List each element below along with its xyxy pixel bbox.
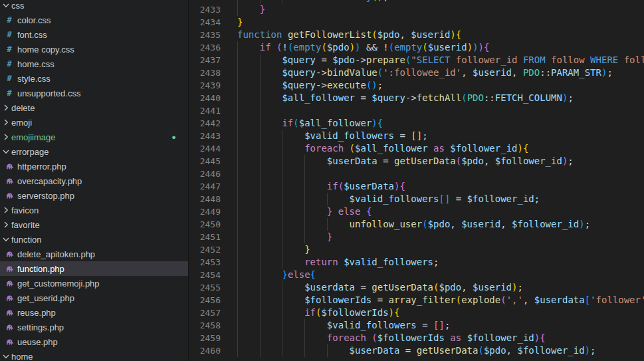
token: ; (585, 219, 590, 229)
sidebar-file-httperror-php[interactable]: httperror.php (0, 159, 188, 174)
code-line-2442[interactable]: 2442 if($all_follower){ (189, 117, 644, 130)
sidebar-file-unsupported-css[interactable]: #unsupported.css (0, 86, 188, 100)
sidebar-file-home-css[interactable]: #home.css (0, 57, 188, 71)
sidebar-folder-emojiimage[interactable]: emojiimage● (0, 130, 188, 144)
line-number: 2445 (189, 155, 221, 168)
code-line-2452[interactable]: 2452 } (189, 243, 644, 256)
sidebar-folder-emoji[interactable]: emoji (0, 115, 188, 130)
sidebar-file-settings-php[interactable]: settings.php (0, 320, 188, 334)
code-line-2456[interactable]: 2456 $followerIds = array_filter(explode… (189, 294, 644, 306)
sidebar-folder-home[interactable]: home (0, 349, 188, 361)
code-text: $valid_followers = []; (237, 319, 450, 332)
code-line-2451[interactable]: 2451 } (189, 231, 644, 243)
php-file-icon (4, 162, 15, 171)
token: WHERE (590, 55, 618, 65)
token (237, 193, 350, 204)
item-label: ueuse.php (17, 337, 58, 347)
sidebar-file-style-css[interactable]: #style.css (0, 71, 188, 86)
token (237, 295, 304, 305)
token: ) (377, 0, 383, 2)
code-line-2434[interactable]: 2434} (189, 16, 644, 29)
code-text: $userdata = getUserData($pdo, $userid); (237, 281, 523, 294)
token: $userData (350, 345, 400, 356)
code-line-2460[interactable]: 2460 $userData = getUserData($pdo, $foll… (189, 344, 644, 357)
code-line-2445[interactable]: 2445 $userData = getUserData($pdo, $foll… (189, 155, 644, 168)
code-line-2453[interactable]: 2453 return $valid_followers; (189, 256, 644, 269)
sidebar-file-serverstop-php[interactable]: serverstop.php (0, 188, 188, 203)
sidebar-folder-errorpage[interactable]: errorpage (0, 144, 188, 159)
twisty (0, 132, 11, 142)
code-line-2458[interactable]: 2458 $valid_followers = []; (189, 319, 644, 332)
file-explorer-sidebar: css#color.css#font.css#home copy.css#hom… (0, 0, 189, 361)
code-line-2448[interactable]: 2448 $valid_followers[] = $follower_id; (189, 193, 644, 205)
item-label: emojiimage (11, 132, 55, 142)
token: ! (282, 42, 287, 53)
css-hash-icon: # (7, 88, 11, 98)
sidebar-folder-css[interactable]: css (0, 0, 188, 13)
token: , (484, 156, 495, 166)
code-line-2443[interactable]: 2443 $valid_followers = []; (189, 130, 644, 142)
line-number: 2452 (189, 243, 221, 256)
token: } (327, 231, 332, 242)
line-number: 2456 (189, 294, 221, 306)
css-file-icon: # (4, 59, 15, 68)
sidebar-folder-delete[interactable]: delete (0, 100, 188, 115)
php-elephant-icon (5, 177, 14, 185)
code-line-2439[interactable]: 2439 $query->execute(); (189, 79, 644, 92)
sidebar-file-get-customemoji-php[interactable]: get_customemoji.php (0, 276, 188, 291)
token: ( (321, 42, 326, 53)
code-line-2444[interactable]: 2444 foreach ($all_follower as $follower… (189, 142, 644, 155)
code-line-2455[interactable]: 2455 $userdata = getUserData($pdo, $user… (189, 281, 644, 294)
token: ) (467, 42, 473, 53)
sidebar-file-reuse-php[interactable]: reuse.php (0, 305, 188, 320)
sidebar-file-home-copy-css[interactable]: #home copy.css (0, 42, 188, 57)
token (461, 332, 467, 343)
sidebar-file-font-css[interactable]: #font.css (0, 27, 188, 42)
code-line-2459[interactable]: 2459 foreach ($followerIds as $follower_… (189, 332, 644, 344)
code-line-2438[interactable]: 2438 $query->bindValue(':followee_id', $… (189, 66, 644, 79)
code-line-2437[interactable]: 2437 $query = $pdo->prepare("SELECT foll… (189, 54, 644, 66)
sidebar-file-color-css[interactable]: #color.css (0, 13, 188, 27)
code-line-2447[interactable]: 2447 if($userData){ (189, 180, 644, 193)
line-number: 2451 (189, 231, 221, 243)
code-line-2454[interactable]: 2454 }else{ (189, 269, 644, 281)
code-line-2433[interactable]: 2433 } (189, 3, 644, 16)
sidebar-file-get-userid-php[interactable]: get_userid.php (0, 291, 188, 305)
sidebar-folder-favorite[interactable]: favorite (0, 217, 188, 232)
sidebar-file-function-php[interactable]: function.php (0, 261, 188, 276)
item-label: color.css (17, 15, 51, 25)
code-line-2446[interactable]: 2446 (189, 168, 644, 180)
code-line-2449[interactable]: 2449 } else { (189, 205, 644, 218)
code-line-2457[interactable]: 2457 if($followerIds){ (189, 306, 644, 319)
php-file-icon (4, 191, 15, 200)
token (428, 143, 433, 154)
sidebar-file-overcapacity-php[interactable]: overcapacity.php (0, 174, 188, 188)
token (237, 0, 304, 2)
sidebar-folder-favicon[interactable]: favicon (0, 203, 188, 217)
token: ',' (506, 295, 523, 305)
code-text: if (!(empty($pdo)) && !(empty($userid)))… (237, 41, 489, 54)
token: $followerIds (321, 307, 388, 318)
sidebar-file-delete-apitoken-php[interactable]: delete_apitoken.php (0, 247, 188, 261)
code-text: } (237, 3, 265, 16)
code-line-2436[interactable]: 2436 if (!(empty($pdo)) && !(empty($user… (189, 41, 644, 54)
code-line-2441[interactable]: 2441 (189, 104, 644, 117)
sidebar-folder-function[interactable]: function (0, 232, 188, 247)
token: $pdo (484, 345, 506, 356)
code-line-2450[interactable]: 2450 unfollow_user($pdo, $userid, $follo… (189, 218, 644, 231)
chevron-right-icon (1, 118, 11, 127)
token: $valid_followers (327, 320, 417, 330)
code-editor[interactable]: 2432 return array();2433 }2434}2435funct… (189, 0, 644, 361)
indent-guide (237, 168, 238, 180)
code-text: if($followerIds){ (237, 306, 399, 319)
token: else (338, 206, 361, 217)
token: ) (350, 42, 355, 53)
token: $query (282, 67, 316, 78)
code-line-2435[interactable]: 2435function getFollowerList($pdo, $user… (189, 29, 644, 41)
sidebar-file-ueuse-php[interactable]: ueuse.php (0, 334, 188, 349)
php-file-icon (4, 265, 15, 273)
token: ( (372, 332, 377, 343)
token: $userid (473, 67, 512, 78)
token (237, 80, 282, 90)
code-line-2440[interactable]: 2440 $all_follower = $query->fetchAll(PD… (189, 92, 644, 104)
